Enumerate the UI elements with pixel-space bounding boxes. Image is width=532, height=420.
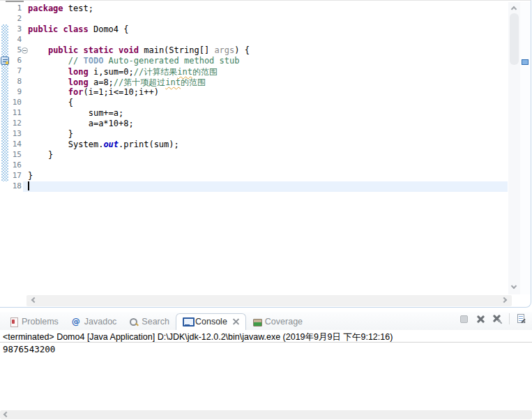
code-token [28,56,68,66]
code-token: class [63,24,89,34]
fold-collapse-icon[interactable] [22,47,28,54]
line-number[interactable]: 14 [8,140,22,150]
code-token: int [177,67,192,77]
code-token [114,45,119,55]
code-token: } [28,150,53,160]
code-token: { [28,98,73,107]
code-line[interactable]: sum+=a; [28,108,123,119]
code-token: static [84,45,114,55]
code-token: .print(sum); [119,140,179,149]
code-token: for [68,87,84,97]
code-line[interactable]: public static void main(String[] args) { [28,45,250,56]
line-number[interactable]: 17 [8,171,22,181]
code-token [28,45,48,55]
code-line[interactable]: package test; [28,3,93,14]
tab-coverage[interactable]: Coverage [246,314,309,330]
code-token: 的范围 [192,67,218,77]
code-token: Domo4 { [89,24,129,34]
console-view: Problems@JavadocSearchConsoleCoverage <t… [0,309,532,420]
code-line[interactable]: public class Domo4 { [28,24,129,35]
current-line-highlight [23,181,508,192]
line-number[interactable]: 11 [8,108,22,119]
console-status-line: <terminated> Domo4 [Java Application] D:… [0,330,532,343]
toolbar-separator [509,313,510,324]
code-token [28,67,68,77]
code-token: main(String[] [139,45,214,55]
line-number[interactable]: 18 [8,181,22,192]
line-number[interactable]: 9 [8,87,22,98]
overview-ruler[interactable] [520,2,531,294]
scroll-up-icon[interactable] [511,6,517,12]
line-number[interactable]: 5 [8,45,22,56]
tab-search[interactable]: Search [123,314,176,330]
coverage-icon [252,317,261,327]
tab-label: Javadoc [84,317,117,327]
code-token: ) { [234,45,250,55]
line-number-gutter[interactable]: 123456789101112131415161718 [0,1,23,294]
code-line[interactable]: { [28,98,73,108]
editor-horizontal-scrollbar[interactable] [26,295,512,306]
code-token: System. [28,140,103,149]
problems-icon [9,317,18,327]
javadoc-icon: @ [71,317,81,327]
line-number[interactable]: 7 [8,66,22,77]
code-line[interactable]: // TODO Auto-generated method stub [28,56,239,66]
line-number[interactable]: 8 [8,77,22,87]
code-token [58,24,63,34]
tab-console[interactable]: Console [176,313,246,331]
view-tab-bar: Problems@JavadocSearchConsoleCoverage [0,312,532,330]
code-token: (i=1;i<=10;i++) [83,87,158,97]
bottom-horizontal-scrollbar[interactable] [0,410,532,419]
code-line[interactable]: } [28,129,73,140]
code-token: TODO [83,56,103,66]
code-token: // [68,56,84,66]
code-token [28,77,68,87]
tab-label: Console [195,317,227,327]
code-line[interactable]: System.out.print(sum); [28,140,179,150]
code-token: Auto-generated method stub [103,56,239,66]
clear-console-icon [517,314,524,323]
line-number[interactable]: 10 [8,98,22,108]
code-token: int [165,77,181,87]
code-line[interactable]: } [28,171,33,181]
line-number[interactable]: 12 [8,119,22,129]
line-number[interactable]: 6 [8,56,22,66]
line-number[interactable]: 15 [8,150,22,160]
code-line[interactable]: long i,sum=0;//计算结果int的范围 [28,66,218,77]
line-number[interactable]: 1 [8,3,22,14]
remove-all-terminated-button[interactable] [492,314,503,324]
line-number[interactable]: 2 [8,14,22,24]
code-line[interactable] [28,181,29,192]
code-editor[interactable]: 123456789101112131415161718 package test… [0,0,531,308]
tab-javadoc[interactable]: @Javadoc [65,314,123,330]
overview-task-marker[interactable] [522,59,529,65]
editor-vertical-scrollbar[interactable] [508,2,520,294]
line-number[interactable]: 13 [8,129,22,140]
scroll-down-icon[interactable] [511,283,517,289]
tab-problems[interactable]: Problems [3,314,65,330]
line-number[interactable]: 16 [8,160,22,171]
terminate-button[interactable] [459,314,469,324]
code-token: a=a*10+8; [28,119,134,128]
code-line[interactable]: } [28,150,53,160]
code-token: } [28,171,33,181]
vertical-scroll-thumb[interactable] [510,13,519,65]
remove-launch-button[interactable] [476,314,486,324]
line-number[interactable]: 3 [8,24,22,35]
code-line[interactable]: a=a*10+8; [28,119,134,129]
clear-console-button[interactable] [516,314,526,324]
code-token: public [28,24,58,34]
tab-label: Coverage [265,317,303,327]
scroll-right-icon[interactable] [501,297,507,303]
scroll-left-icon[interactable] [3,412,9,417]
console-output[interactable]: 9876543200 [3,344,55,354]
code-token: //第十项超过 [114,77,165,87]
code-token [78,45,83,55]
scroll-left-icon[interactable] [31,297,37,303]
code-token: package [28,3,63,13]
code-line[interactable]: for(i=1;i<=10;i++) [28,87,159,98]
close-icon[interactable] [233,319,239,325]
code-token: a=8; [89,77,114,87]
line-number[interactable]: 4 [8,35,22,45]
code-line[interactable]: long a=8;//第十项超过int的范围 [28,77,206,87]
